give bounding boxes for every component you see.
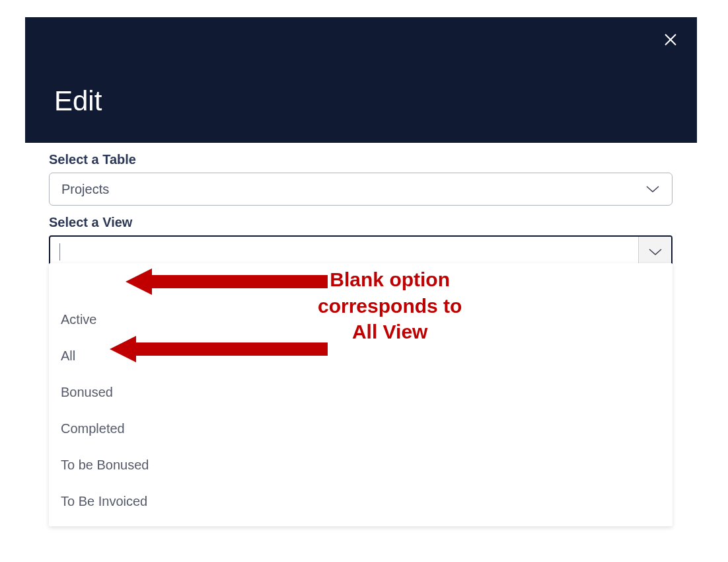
table-field-label: Select a Table — [49, 152, 673, 167]
dropdown-option-tobebonused[interactable]: To be Bonused — [49, 447, 673, 483]
view-field-group: Select a View — [49, 215, 673, 268]
chevron-down-icon — [648, 247, 663, 257]
close-icon[interactable] — [661, 30, 680, 49]
text-cursor — [59, 243, 60, 261]
form-area: Select a Table Projects Select a View — [49, 152, 673, 268]
dropdown-option-bonused[interactable]: Bonused — [49, 374, 673, 411]
modal-header: Edit — [25, 17, 697, 143]
table-select-value: Projects — [61, 182, 109, 197]
view-dropdown-panel: Active All Bonused Completed To be Bonus… — [49, 263, 673, 526]
view-field-label: Select a View — [49, 215, 673, 230]
dropdown-option-tobeinvoiced[interactable]: To Be Invoiced — [49, 483, 673, 520]
chevron-down-icon — [645, 184, 660, 194]
dropdown-option-blank[interactable] — [49, 267, 673, 301]
modal-title: Edit — [54, 85, 102, 117]
dropdown-option-active[interactable]: Active — [49, 301, 673, 338]
dropdown-option-completed[interactable]: Completed — [49, 411, 673, 447]
table-select[interactable]: Projects — [49, 173, 673, 206]
view-select-input[interactable] — [50, 243, 638, 261]
dropdown-option-all[interactable]: All — [49, 338, 673, 374]
